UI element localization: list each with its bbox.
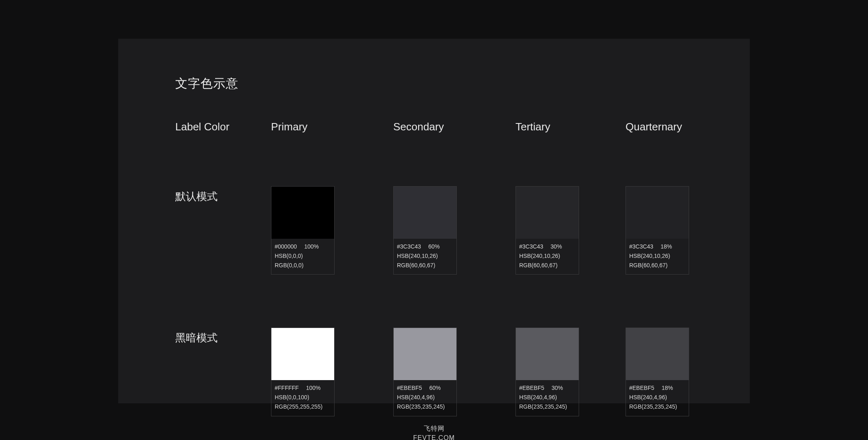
swatch-dark-primary: #FFFFFF 100% HSB(0,0,100) RGB(255,255,25… bbox=[271, 328, 335, 416]
swatch-rgb: RGB(60,60,67) bbox=[397, 261, 453, 270]
swatch-dark-secondary: #EBEBF5 60% HSB(240,4,96) RGB(235,235,24… bbox=[393, 328, 457, 416]
swatch-hsb: HSB(240,10,26) bbox=[629, 251, 685, 261]
swatch-color bbox=[394, 187, 456, 239]
swatch-hsb: HSB(0,0,100) bbox=[275, 393, 331, 402]
swatch-default-quarternary: #3C3C43 18% HSB(240,10,26) RGB(60,60,67) bbox=[626, 186, 689, 275]
swatch-hsb: HSB(240,10,26) bbox=[397, 251, 453, 261]
swatch-color bbox=[626, 328, 689, 380]
swatch-rgb: RGB(235,235,245) bbox=[519, 402, 575, 411]
swatch-pct: 60% bbox=[429, 385, 441, 391]
swatch-rgb: RGB(0,0,0) bbox=[275, 261, 331, 270]
swatch-pct: 60% bbox=[428, 243, 440, 250]
swatch-hex: #EBEBF5 bbox=[629, 385, 654, 391]
swatch-color bbox=[516, 187, 579, 239]
swatch-default-secondary: #3C3C43 60% HSB(240,10,26) RGB(60,60,67) bbox=[393, 186, 457, 275]
swatch-meta: #3C3C43 18% HSB(240,10,26) RGB(60,60,67) bbox=[626, 239, 689, 274]
col-header-tertiary: Tertiary bbox=[516, 121, 626, 133]
footer-line2: FEVTE.COM bbox=[0, 433, 868, 440]
footer: 飞特网 FEVTE.COM bbox=[0, 424, 868, 440]
swatch-hex: #FFFFFF bbox=[275, 385, 299, 391]
swatch-hex: #3C3C43 bbox=[519, 243, 543, 250]
swatch-rgb: RGB(60,60,67) bbox=[519, 261, 575, 270]
swatch-default-primary: #000000 100% HSB(0,0,0) RGB(0,0,0) bbox=[271, 186, 335, 275]
swatch-pct: 18% bbox=[661, 385, 673, 391]
swatch-default-tertiary: #3C3C43 30% HSB(240,10,26) RGB(60,60,67) bbox=[516, 186, 579, 275]
swatch-pct: 18% bbox=[661, 243, 672, 250]
swatch-color bbox=[626, 187, 689, 239]
swatch-hex: #EBEBF5 bbox=[397, 385, 422, 391]
swatch-pct: 100% bbox=[306, 385, 321, 391]
swatch-hsb: HSB(240,4,96) bbox=[397, 393, 453, 402]
swatch-meta: #3C3C43 30% HSB(240,10,26) RGB(60,60,67) bbox=[516, 239, 579, 274]
swatch-rgb: RGB(255,255,255) bbox=[275, 402, 331, 411]
swatch-hex: #000000 bbox=[275, 243, 297, 250]
swatch-color bbox=[516, 328, 579, 380]
swatch-meta: #FFFFFF 100% HSB(0,0,100) RGB(255,255,25… bbox=[271, 380, 334, 416]
swatch-meta: #3C3C43 60% HSB(240,10,26) RGB(60,60,67) bbox=[394, 239, 456, 274]
swatch-pct: 30% bbox=[551, 385, 563, 391]
swatch-hex: #3C3C43 bbox=[629, 243, 653, 250]
row-label-dark: 黑暗模式 bbox=[175, 328, 271, 416]
swatch-hsb: HSB(0,0,0) bbox=[275, 251, 331, 261]
label-color-header: Label Color bbox=[175, 121, 271, 133]
swatch-meta: #EBEBF5 18% HSB(240,4,96) RGB(235,235,24… bbox=[626, 380, 689, 416]
swatch-rgb: RGB(235,235,245) bbox=[629, 402, 685, 411]
swatch-dark-tertiary: #EBEBF5 30% HSB(240,4,96) RGB(235,235,24… bbox=[516, 328, 579, 416]
swatch-color bbox=[271, 328, 334, 380]
swatch-dark-quarternary: #EBEBF5 18% HSB(240,4,96) RGB(235,235,24… bbox=[626, 328, 689, 416]
col-header-secondary: Secondary bbox=[393, 121, 516, 133]
swatch-hsb: HSB(240,4,96) bbox=[629, 393, 685, 402]
swatch-color bbox=[271, 187, 334, 239]
row-label-default: 默认模式 bbox=[175, 186, 271, 275]
page-title: 文字色示意 bbox=[175, 75, 693, 92]
col-header-primary: Primary bbox=[271, 121, 393, 133]
swatch-pct: 100% bbox=[304, 243, 319, 250]
footer-line1: 飞特网 bbox=[0, 424, 868, 433]
swatch-hsb: HSB(240,10,26) bbox=[519, 251, 575, 261]
swatch-pct: 30% bbox=[551, 243, 562, 250]
col-header-quarternary: Quarternary bbox=[626, 121, 736, 133]
swatch-hex: #3C3C43 bbox=[397, 243, 421, 250]
swatch-meta: #EBEBF5 30% HSB(240,4,96) RGB(235,235,24… bbox=[516, 380, 579, 416]
color-grid: Label Color Primary Secondary Tertiary Q… bbox=[175, 121, 693, 416]
swatch-hex: #EBEBF5 bbox=[519, 385, 544, 391]
swatch-rgb: RGB(60,60,67) bbox=[629, 261, 685, 270]
swatch-meta: #000000 100% HSB(0,0,0) RGB(0,0,0) bbox=[271, 239, 334, 274]
swatch-color bbox=[394, 328, 456, 380]
color-spec-panel: 文字色示意 Label Color Primary Secondary Tert… bbox=[118, 39, 750, 403]
swatch-meta: #EBEBF5 60% HSB(240,4,96) RGB(235,235,24… bbox=[394, 380, 456, 416]
swatch-rgb: RGB(235,235,245) bbox=[397, 402, 453, 411]
swatch-hsb: HSB(240,4,96) bbox=[519, 393, 575, 402]
